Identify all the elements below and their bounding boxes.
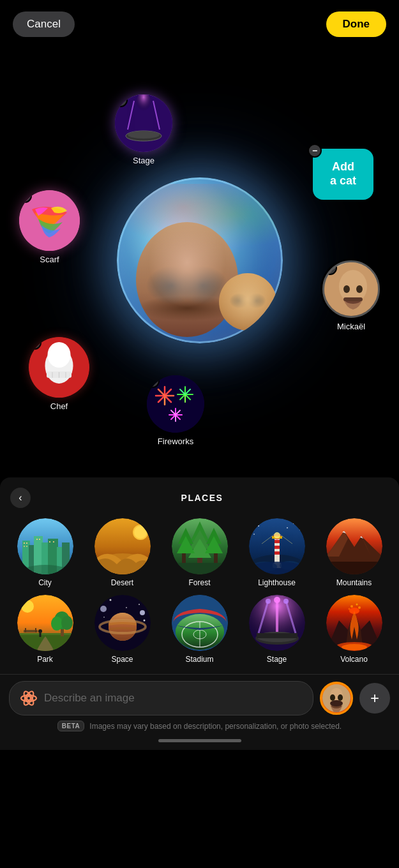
svg-point-147 [356,604,358,606]
cancel-button[interactable]: Cancel [13,11,75,37]
svg-point-121 [109,613,137,641]
place-circle-city [17,518,73,574]
svg-rect-110 [39,633,41,637]
svg-point-161 [330,700,343,707]
place-item-mountains[interactable]: Mountains [318,518,390,587]
place-item-city[interactable]: City [9,518,81,587]
svg-point-95 [299,529,301,530]
satellite-fireworks[interactable]: − [147,375,204,446]
svg-point-125 [140,610,145,615]
svg-point-9 [343,285,350,293]
svg-point-141 [266,599,271,604]
place-circle-stage [249,595,305,651]
places-back-button[interactable]: ‹ [10,488,31,508]
svg-point-97 [287,527,288,528]
done-button[interactable]: Done [326,11,387,37]
beta-badge: BETA [57,721,84,731]
user-avatar [322,684,350,712]
mickael-label: Mickaël [337,322,365,331]
place-circle-desert [94,518,151,574]
place-item-desert[interactable]: Desert [86,518,158,587]
svg-point-116 [145,599,146,601]
describe-image-input[interactable] [44,692,303,705]
add-button[interactable]: + [359,683,390,714]
svg-point-113 [100,602,102,603]
place-item-park[interactable]: Park [9,595,81,664]
svg-rect-104 [35,628,36,632]
places-section: ‹ PLACES [0,477,399,674]
place-item-space[interactable]: Space [86,595,158,664]
places-header: ‹ PLACES [0,485,399,513]
svg-point-117 [126,607,127,608]
place-item-stadium[interactable]: Stadium [163,595,236,664]
beta-row: BETA Images may vary based on descriptio… [9,715,390,734]
svg-point-143 [283,599,289,604]
fireworks-label: Fireworks [158,437,193,446]
place-label-desert: Desert [111,578,133,587]
svg-point-118 [103,617,105,618]
chef-label: Chef [50,401,68,411]
place-circle-stadium [172,595,228,651]
svg-rect-77 [172,563,228,574]
places-title: PLACES [36,493,389,503]
satellite-mickael[interactable]: − Mickaël [322,260,380,331]
place-item-lighthouse[interactable]: Lighthouse [241,518,313,587]
svg-point-148 [348,608,350,610]
main-bubble [117,177,283,343]
place-label-volcano: Volcano [340,655,368,664]
place-label-city: City [38,578,52,587]
svg-point-96 [253,534,255,535]
svg-point-94 [293,523,294,524]
svg-rect-81 [275,540,280,543]
cat-bubble [219,273,276,331]
svg-point-151 [342,644,367,650]
stage-label: Stage [133,156,154,165]
svg-rect-103 [25,628,26,632]
svg-rect-54 [26,542,27,544]
satellite-scarf[interactable]: − Scarf [19,190,80,264]
svg-rect-60 [53,541,54,542]
svg-point-158 [330,694,335,701]
svg-rect-52 [62,542,70,574]
satellite-stage[interactable]: − Stage [115,94,172,165]
svg-point-109 [38,629,42,633]
user-avatar-button[interactable] [320,682,353,715]
svg-point-142 [274,597,280,603]
addcat-box[interactable]: − Adda cat [313,149,373,200]
svg-rect-55 [24,546,25,547]
mickael-remove-button[interactable]: − [323,261,337,275]
svg-point-107 [51,617,63,631]
svg-point-15 [48,342,71,368]
place-item-volcano[interactable]: Volcano [318,595,390,664]
satellite-addcat[interactable]: − Adda cat [313,149,373,200]
place-label-mountains: Mountains [336,578,372,587]
svg-rect-12 [343,297,363,301]
canvas-area: − Stage [0,43,399,477]
satellite-chef[interactable]: − Chef [29,337,89,411]
addcat-remove-button[interactable]: − [308,144,322,158]
input-row: + [9,681,390,715]
place-item-forest[interactable]: Forest [163,518,236,587]
spark-icon [20,689,38,707]
place-circle-park [17,595,73,651]
place-circle-space [94,595,151,651]
svg-rect-83 [275,551,280,555]
place-label-lighthouse: Lighthouse [258,578,296,587]
place-circle-forest [172,518,228,574]
svg-point-124 [100,606,107,612]
svg-point-152 [27,696,31,700]
place-item-stage[interactable]: Stage [241,595,313,664]
svg-point-5 [128,131,160,138]
place-circle-lighthouse [249,518,305,574]
svg-point-119 [143,620,145,622]
beta-disclaimer: Images may vary based on description, pe… [89,722,342,731]
svg-rect-58 [39,539,40,540]
place-label-park: Park [37,655,53,664]
input-box[interactable] [9,681,313,715]
svg-point-86 [274,532,280,539]
svg-point-146 [350,605,353,608]
place-label-forest: Forest [188,578,210,587]
svg-point-92 [249,562,305,574]
place-circle-volcano [326,595,382,651]
svg-rect-82 [275,546,280,549]
